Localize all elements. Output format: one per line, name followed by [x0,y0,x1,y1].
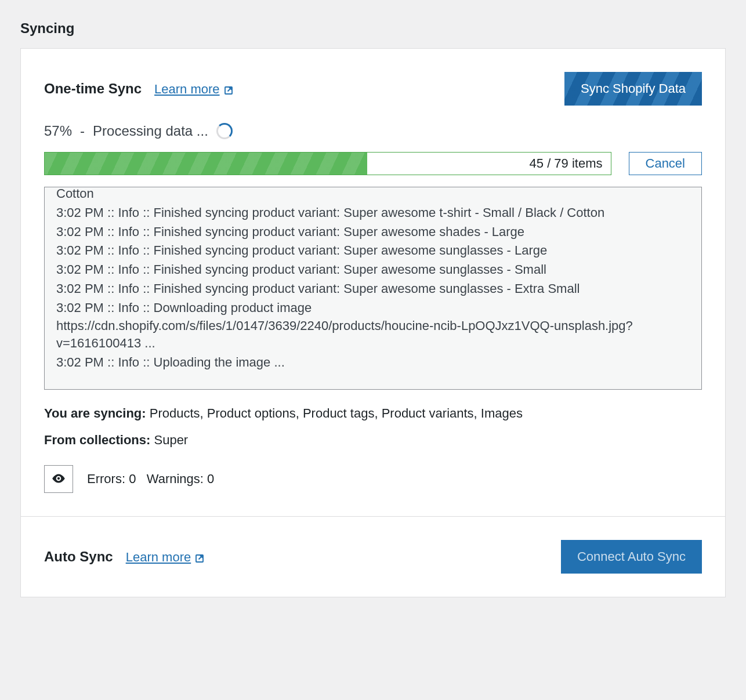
learn-more-label: Learn more [126,550,191,565]
learn-more-link[interactable]: Learn more [154,82,234,97]
sync-status-row: 57% - Processing data ... [44,123,702,139]
sync-separator: - [80,123,85,139]
from-collections-info: From collections: Super [44,433,702,448]
errors-count: 0 [129,471,136,486]
warnings-label: Warnings: [147,471,204,486]
progress-items-text: 45 / 79 items [530,156,603,171]
sync-card: One-time Sync Learn more Sync Shopify Da… [20,48,726,597]
sync-status-text: Processing data ... [93,123,208,139]
auto-sync-header: Auto Sync Learn more Connect Auto Sync [44,540,702,574]
one-time-sync-section: One-time Sync Learn more Sync Shopify Da… [21,49,725,516]
progress-row: 45 / 79 items Cancel [44,152,702,175]
spinner-icon [216,123,233,139]
external-link-icon [223,84,234,95]
external-link-icon [194,552,205,563]
connect-auto-sync-button[interactable]: Connect Auto Sync [561,540,702,574]
auto-sync-title: Auto Sync [44,549,113,565]
log-line: 3:02 PM :: Info :: Uploading the image .… [56,354,690,372]
syncing-items: Products, Product options, Product tags,… [150,406,523,420]
from-collections-label: From collections: [44,433,150,447]
syncing-info: You are syncing: Products, Product optio… [44,406,702,421]
progress-bar: 45 / 79 items [44,152,611,175]
log-line: Cotton [56,187,690,203]
cancel-button[interactable]: Cancel [629,152,702,175]
from-collections-value: Super [154,433,188,447]
stats-row: Errors: 0 Warnings: 0 [44,465,702,493]
svg-point-1 [57,477,60,479]
auto-sync-section: Auto Sync Learn more Connect Auto Sync [21,516,725,597]
log-line: 3:02 PM :: Info :: Finished syncing prod… [56,242,690,260]
auto-sync-header-left: Auto Sync Learn more [44,549,205,565]
one-time-sync-header: One-time Sync Learn more Sync Shopify Da… [44,72,702,106]
errors-label: Errors: [87,471,125,486]
syncing-label: You are syncing: [44,406,146,420]
log-line: 3:02 PM :: Info :: Finished syncing prod… [56,261,690,279]
sync-shopify-data-button[interactable]: Sync Shopify Data [564,72,702,106]
view-log-button[interactable] [44,465,73,493]
learn-more-label: Learn more [154,82,220,97]
log-line: 3:02 PM :: Info :: Downloading product i… [56,299,690,353]
eye-icon [51,471,66,488]
log-line: 3:02 PM :: Info :: Finished syncing prod… [56,280,690,298]
warnings-count: 0 [207,471,214,486]
stats-text: Errors: 0 Warnings: 0 [87,471,214,487]
log-line: 3:02 PM :: Info :: Finished syncing prod… [56,223,690,241]
one-time-sync-header-left: One-time Sync Learn more [44,81,234,97]
sync-percent: 57% [44,123,72,139]
page-title: Syncing [20,20,726,37]
one-time-sync-title: One-time Sync [44,81,142,97]
progress-fill [45,153,367,175]
sync-log[interactable]: Cotton 3:02 PM :: Info :: Finished synci… [44,187,702,390]
log-line: 3:02 PM :: Info :: Finished syncing prod… [56,204,690,222]
auto-sync-learn-more-link[interactable]: Learn more [126,550,205,565]
